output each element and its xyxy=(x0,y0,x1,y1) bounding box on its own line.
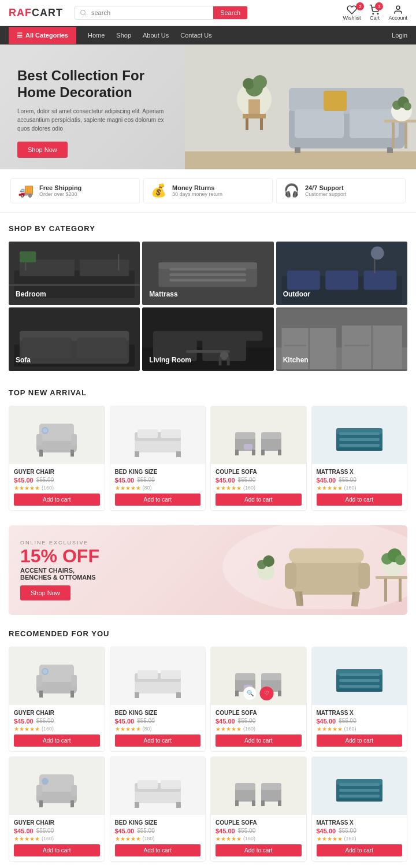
category-kitchen[interactable]: Kitchen xyxy=(276,307,407,371)
svg-rect-87 xyxy=(135,451,139,457)
new-arrival-section: TOP NEW ARRIVAL GUYER CHAIR $45.00 $55.0… xyxy=(0,383,416,522)
new-arrival-title: TOP NEW ARRIVAL xyxy=(9,388,407,397)
svg-point-3 xyxy=(378,13,379,14)
sofa-label: Sofa xyxy=(16,356,31,364)
add-cart-btn-1[interactable]: Add to cart xyxy=(14,494,100,506)
product-rating-4: ★★★★★ (160) xyxy=(317,485,403,491)
category-living[interactable]: Living Room xyxy=(142,307,273,371)
header-icons: 2 Wishlist 3 Cart Account xyxy=(343,5,407,21)
category-outdoor[interactable]: Outdoor xyxy=(276,242,407,305)
promo-desc2: BENCHES & OTTOMANS xyxy=(20,574,99,581)
product-price-row-1: $45.00 $55.00 xyxy=(14,477,100,484)
price-old-2: $55.00 xyxy=(137,477,155,483)
svg-rect-161 xyxy=(138,780,158,789)
add-cart-btn-3[interactable]: Add to cart xyxy=(216,494,302,506)
promo-shop-btn[interactable]: Shop Now xyxy=(20,585,70,600)
wishlist-badge: 2 xyxy=(356,2,364,10)
rec-cart-btn-4[interactable]: Add to cart xyxy=(317,735,403,747)
svg-rect-170 xyxy=(252,800,255,806)
product-card-2: BED KING SIZE $45.00 $55.00 ★★★★★ (80) A… xyxy=(110,406,206,511)
product-image-1[interactable] xyxy=(9,406,105,464)
recommended-grid: GUYER CHAIR $45.00 $55.00 ★★★★★ (160) Ad… xyxy=(9,647,407,862)
rec-cart-btn-3[interactable]: Add to cart xyxy=(216,735,302,747)
nav-categories[interactable]: ☰ All Categories xyxy=(9,27,76,44)
svg-rect-150 xyxy=(339,685,380,688)
rec-cart-btn-5[interactable]: Add to cart xyxy=(14,844,100,856)
rec-image-6[interactable] xyxy=(110,757,206,815)
svg-rect-144 xyxy=(278,691,281,696)
product-image-4[interactable] xyxy=(312,406,407,464)
price-old-1: $55.00 xyxy=(36,477,54,483)
product-price-row-4: $45.00 $55.00 xyxy=(317,477,403,484)
wishlist-icon-group[interactable]: 2 Wishlist xyxy=(343,5,361,21)
category-mattress[interactable]: Mattrass xyxy=(142,242,273,305)
rec-info-3: COUPLE SOFA $45.00 $55.00 ★★★★★ (160) Ad… xyxy=(211,705,306,751)
nav-home[interactable]: Home xyxy=(88,26,105,44)
rec-rating-3: ★★★★★ (160) xyxy=(216,726,302,732)
svg-rect-29 xyxy=(324,91,347,111)
hero-image xyxy=(185,44,416,169)
nav-login[interactable]: Login xyxy=(392,32,407,39)
rec-cart-btn-7[interactable]: Add to cart xyxy=(216,844,302,856)
rec-info-7: COUPLE SOFA $45.00 $55.00 ★★★★★ (160) Ad… xyxy=(211,815,306,861)
rec-card-1: GUYER CHAIR $45.00 $55.00 ★★★★★ (160) Ad… xyxy=(9,647,105,752)
account-icon-group[interactable]: Account xyxy=(388,5,407,21)
search-product-icon[interactable]: 🔍 xyxy=(243,687,257,700)
rec-card-5: GUYER CHAIR $45.00 $55.00 ★★★★★ (160) Ad… xyxy=(9,756,105,862)
rec-info-5: GUYER CHAIR $45.00 $55.00 ★★★★★ (160) Ad… xyxy=(9,815,105,861)
rec-cart-btn-1[interactable]: Add to cart xyxy=(14,735,100,747)
rec-image-3[interactable]: 🔍 ♡ xyxy=(211,647,306,705)
rec-name-3: COUPLE SOFA xyxy=(216,710,302,716)
rec-old-2: $55.00 xyxy=(137,718,155,724)
svg-rect-166 xyxy=(235,783,255,790)
rec-mattress-svg-1 xyxy=(333,653,385,699)
promo-desc1: ACCENT CHAIRS, xyxy=(20,567,99,574)
living-label: Living Room xyxy=(149,356,191,364)
rec-cart-btn-6[interactable]: Add to cart xyxy=(115,844,201,856)
rec-image-8[interactable] xyxy=(312,757,407,815)
rec-name-7: COUPLE SOFA xyxy=(216,819,302,826)
rec-reviews-8: (160) xyxy=(344,836,356,841)
rec-rating-8: ★★★★★ (160) xyxy=(317,836,403,842)
add-cart-btn-2[interactable]: Add to cart xyxy=(115,494,201,506)
rec-image-4[interactable] xyxy=(312,647,407,705)
svg-rect-151 xyxy=(336,689,382,692)
rec-stars-6: ★★★★★ xyxy=(115,836,141,842)
product-info-2: BED KING SIZE $45.00 $55.00 ★★★★★ (80) A… xyxy=(110,464,206,510)
svg-rect-127 xyxy=(39,691,43,698)
hero-desc: Lorem, dolor sit amet consectetur adipis… xyxy=(17,107,173,133)
rec-image-1[interactable] xyxy=(9,647,105,705)
rec-price-7: $45.00 xyxy=(216,828,235,834)
cart-icon-group[interactable]: 3 Cart xyxy=(369,5,380,21)
logo[interactable]: RAFCART xyxy=(9,7,63,19)
svg-rect-19 xyxy=(350,109,399,138)
wishlist-product-icon[interactable]: ♡ xyxy=(260,687,274,700)
nav-shop[interactable]: Shop xyxy=(116,26,131,44)
svg-point-130 xyxy=(43,669,47,674)
product-image-2[interactable] xyxy=(110,406,206,464)
rec-image-5[interactable] xyxy=(9,757,105,815)
nav-about[interactable]: About Us xyxy=(143,26,169,44)
header: RAFCART Search 2 Wishlist 3 Cart Account xyxy=(0,0,416,26)
rec-card-6: BED KING SIZE $45.00 $55.00 ★★★★★ (180) … xyxy=(110,756,206,862)
add-cart-btn-4[interactable]: Add to cart xyxy=(317,494,403,506)
search-button[interactable]: Search xyxy=(213,6,247,19)
rec-cart-btn-2[interactable]: Add to cart xyxy=(115,735,201,747)
hero-shop-btn[interactable]: Shop Now xyxy=(17,142,68,158)
search-input[interactable] xyxy=(91,6,213,19)
product-image-3[interactable] xyxy=(211,406,306,464)
svg-rect-141 xyxy=(235,691,239,696)
category-bedroom[interactable]: Bedroom xyxy=(9,242,140,305)
product-name-2: BED KING SIZE xyxy=(115,469,201,475)
rec-image-7[interactable] xyxy=(211,757,306,815)
rec-cart-btn-8[interactable]: Add to cart xyxy=(317,844,403,856)
category-sofa[interactable]: Sofa xyxy=(9,307,140,371)
rec-hover-icons-3: 🔍 ♡ xyxy=(243,687,274,700)
price-current-2: $45.00 xyxy=(115,477,135,484)
product-rating-3: ★★★★★ (160) xyxy=(216,485,302,491)
rec-image-2[interactable] xyxy=(110,647,206,705)
svg-rect-96 xyxy=(278,450,281,455)
nav-contact[interactable]: Contact Us xyxy=(180,26,211,44)
svg-rect-162 xyxy=(161,780,181,789)
svg-rect-85 xyxy=(138,429,158,438)
